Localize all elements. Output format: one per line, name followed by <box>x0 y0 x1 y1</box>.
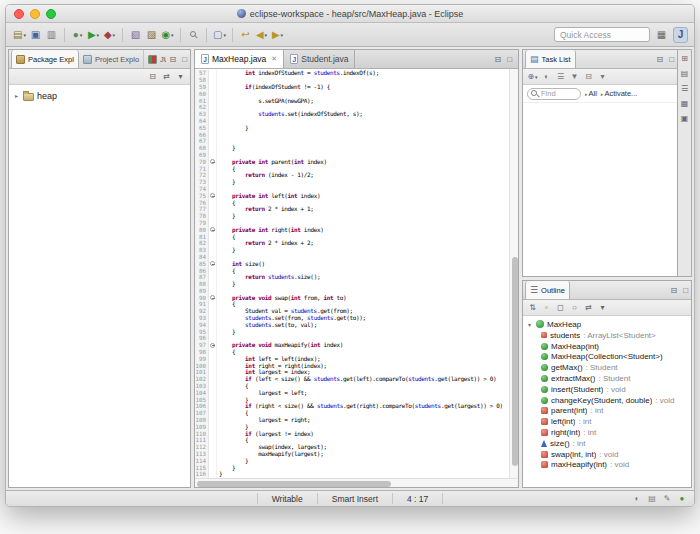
tab-project-explo[interactable]: Project Explo <box>79 50 144 68</box>
status-segment[interactable]: 4 : 17 <box>392 493 443 504</box>
code-text[interactable] <box>217 77 222 83</box>
minimized-view-icon[interactable]: ▦ <box>679 98 691 110</box>
minimized-view-icon[interactable]: ☰ <box>679 83 691 95</box>
tab-junit[interactable]: JUnit <box>144 50 166 68</box>
outline-member[interactable]: right(int) : int <box>523 427 691 438</box>
code-line[interactable]: 90 private void swap(int from, int to) <box>195 294 509 301</box>
code-line[interactable]: 113 maxHeapify(largest); <box>195 451 509 458</box>
code-text[interactable]: } <box>217 179 235 185</box>
outline-member[interactable]: maxHeapify(int) : void <box>523 460 691 471</box>
code-text[interactable] <box>217 91 222 97</box>
restore-view-icon[interactable]: ⊞ <box>679 53 691 65</box>
code-text[interactable] <box>217 132 222 138</box>
code-line[interactable]: 73 } <box>195 179 509 186</box>
maximize-view-icon[interactable]: □ <box>179 50 190 68</box>
outline-member[interactable]: swap(int, int) : void <box>523 449 691 460</box>
code-text[interactable]: if(indexOfStudent != -1) { <box>217 84 330 90</box>
code-line[interactable]: 66 <box>195 131 509 138</box>
code-line[interactable]: 60 <box>195 90 509 97</box>
fold-marker-icon[interactable] <box>210 343 215 348</box>
code-text[interactable]: { <box>217 234 235 240</box>
code-line[interactable]: 108 largest = right; <box>195 417 509 424</box>
outline-member[interactable]: extractMax() : Student <box>523 373 691 384</box>
code-text[interactable] <box>217 254 222 260</box>
code-line[interactable]: 93 students.set(from, students.get(to)); <box>195 315 509 322</box>
code-text[interactable]: return (index - 1)/2; <box>217 172 314 178</box>
hide-completed-icon[interactable]: ◐ <box>540 70 553 83</box>
code-text[interactable]: int indexOfStudent = students.indexOf(s)… <box>217 70 379 76</box>
outline-member[interactable]: parent(int) : int <box>523 406 691 417</box>
code-line[interactable]: 94 students.set(to, val); <box>195 321 509 328</box>
hide-non-public-icon[interactable]: ○ <box>568 301 581 314</box>
filter-all-dropdown[interactable]: ▸ All <box>585 89 597 98</box>
fold-marker-icon[interactable] <box>210 227 215 232</box>
code-line[interactable]: 77 return 2 * index + 1; <box>195 206 509 213</box>
outline-member[interactable]: getMax() : Student <box>523 362 691 373</box>
code-line[interactable]: 62 <box>195 104 509 111</box>
code-line[interactable]: 112 swap(index, largest); <box>195 444 509 451</box>
view-menu-icon[interactable]: ▾ <box>596 301 609 314</box>
code-text[interactable]: students.set(from, students.get(to)); <box>217 315 366 321</box>
code-text[interactable]: swap(index, largest); <box>217 444 327 450</box>
hide-static-icon[interactable]: ◻ <box>554 301 567 314</box>
code-line[interactable]: 104 largest = left; <box>195 389 509 396</box>
statusbar-icon[interactable]: ✎ <box>661 493 673 505</box>
code-line[interactable]: 91 { <box>195 301 509 308</box>
outline-root[interactable]: ▾MaxHeap <box>523 318 691 330</box>
code-line[interactable]: 101 int largest = index; <box>195 369 509 376</box>
code-text[interactable]: largest = right; <box>217 417 310 423</box>
link-with-editor-icon[interactable]: ⇄ <box>582 301 595 314</box>
code-line[interactable]: 115 } <box>195 464 509 471</box>
code-line[interactable]: 105 } <box>195 396 509 403</box>
outline-member[interactable]: changeKey(Student, double) : void <box>523 395 691 406</box>
code-line[interactable]: 99 int left = left(index); <box>195 355 509 362</box>
code-text[interactable]: if (right < size() && students.get(right… <box>217 403 503 409</box>
last-edit-location-icon[interactable]: ↩ <box>238 27 253 43</box>
code-line[interactable]: 70 private int parent(int index) <box>195 158 509 165</box>
code-text[interactable]: { <box>217 383 248 389</box>
code-text[interactable]: s.setGPA(newGPA); <box>217 98 314 104</box>
code-line[interactable]: 71 { <box>195 165 509 172</box>
statusbar-icon[interactable]: ● <box>676 493 688 505</box>
tab-outline[interactable]: ☰ Outline <box>525 281 570 299</box>
new-task-icon[interactable]: ⊕▾ <box>526 70 539 83</box>
code-line[interactable]: 81 { <box>195 233 509 240</box>
code-line[interactable]: 59 if(indexOfStudent != -1) { <box>195 84 509 91</box>
back-icon[interactable]: ◀▾ <box>254 27 269 43</box>
code-line[interactable]: 98 { <box>195 349 509 356</box>
code-text[interactable]: { <box>217 349 235 355</box>
code-text[interactable]: private int right(int index) <box>217 227 323 233</box>
code-text[interactable] <box>217 335 222 341</box>
open-task-icon[interactable]: ▢▾ <box>212 27 227 43</box>
code-line[interactable]: 106 if (right < size() && students.get(r… <box>195 403 509 410</box>
code-line[interactable]: 80 private int right(int index) <box>195 226 509 233</box>
external-tools-icon[interactable]: ◆▾ <box>102 27 117 43</box>
code-text[interactable]: } <box>217 247 235 253</box>
expand-arrow-icon[interactable]: ▾ <box>526 321 533 328</box>
code-line[interactable]: 69 <box>195 152 509 159</box>
java-perspective-icon[interactable]: J <box>673 27 688 43</box>
fold-marker-icon[interactable] <box>210 193 215 198</box>
quick-access-input[interactable] <box>554 27 650 42</box>
code-line[interactable]: 103 { <box>195 383 509 390</box>
code-line[interactable]: 63 students.set(indexOfStudent, s); <box>195 111 509 118</box>
code-line[interactable]: 116} <box>195 471 509 478</box>
link-with-editor-icon[interactable]: ⇄ <box>160 70 173 83</box>
code-text[interactable]: } <box>217 397 248 403</box>
minimize-view-icon[interactable]: ⊟ <box>653 50 666 68</box>
code-line[interactable]: 100 int right = right(index); <box>195 362 509 369</box>
code-text[interactable]: { <box>217 301 235 307</box>
hide-fields-icon[interactable]: ▫ <box>540 301 553 314</box>
outline-member[interactable]: students : ArrayList<Student> <box>523 330 691 341</box>
find-input[interactable] <box>541 89 577 98</box>
code-text[interactable] <box>217 288 222 294</box>
code-line[interactable]: 83 } <box>195 247 509 254</box>
code-text[interactable]: int right = right(index); <box>217 363 327 369</box>
scrollbar-thumb[interactable] <box>197 481 391 487</box>
minimize-window-button[interactable] <box>30 9 40 19</box>
zoom-window-button[interactable] <box>46 9 56 19</box>
code-text[interactable] <box>217 138 222 144</box>
run-icon[interactable]: ▶▾ <box>86 27 101 43</box>
open-perspective-icon[interactable]: ▦ <box>654 27 669 43</box>
code-line[interactable]: 88 } <box>195 281 509 288</box>
